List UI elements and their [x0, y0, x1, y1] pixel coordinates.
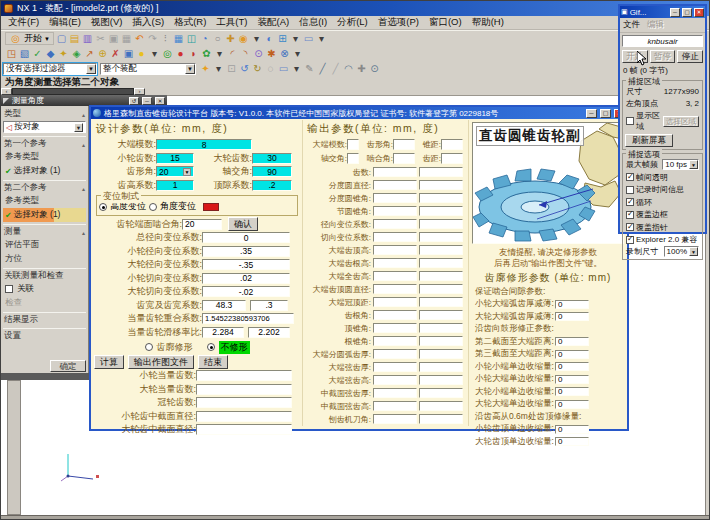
out-module-field[interactable] — [347, 139, 359, 150]
output-pinion-field[interactable] — [373, 180, 417, 190]
module-field[interactable]: 8 — [156, 139, 252, 150]
output-pinion-field[interactable] — [373, 219, 417, 229]
toolbar-icon[interactable]: ↶ — [133, 32, 146, 45]
modification-field[interactable]: 0 — [555, 437, 589, 446]
toolbar-icon[interactable]: ▾ — [291, 47, 304, 60]
select-object-2-active[interactable]: ✔ 选择对象 (1) — [3, 208, 86, 222]
associative-checkbox[interactable]: 关联 — [3, 282, 86, 296]
panel-reset-icon[interactable]: ↺ — [129, 97, 139, 105]
section-associative[interactable]: 关联测量和检查 — [3, 268, 86, 282]
output-pinion-field[interactable] — [373, 362, 417, 372]
toolbar-icon[interactable]: ✚ — [224, 32, 237, 45]
close-icon[interactable]: ✕ — [694, 8, 704, 17]
output-gear-field[interactable] — [419, 362, 463, 372]
toolbar-icon[interactable]: ✿ — [200, 47, 213, 60]
toolbar-icon[interactable]: ◫ — [185, 32, 198, 45]
ok-button[interactable]: 确定 — [50, 360, 86, 372]
gif-option-checkbox-row[interactable]: 记录时间信息 — [625, 184, 700, 195]
output-pinion-field[interactable] — [373, 375, 417, 385]
equiv-field[interactable] — [196, 370, 292, 381]
checkbox-icon[interactable] — [5, 285, 13, 293]
menu-item[interactable]: 编辑(E) — [44, 16, 86, 29]
output-pinion-field[interactable] — [373, 336, 417, 346]
menu-item[interactable]: 格式(R) — [169, 16, 211, 29]
gif-option-checkbox-row[interactable]: 循环 — [625, 197, 700, 208]
toolbar-icon[interactable]: ◈ — [70, 47, 83, 60]
dropdown-arrow-icon[interactable]: ▼ — [183, 168, 191, 176]
no-mod-radio[interactable] — [207, 343, 215, 351]
selection-filter-dropdown[interactable]: 没有选择过滤器 ▼ — [3, 63, 97, 75]
gif-titlebar[interactable]: ▣ Gif... ─ ▢ ✕ — [620, 6, 705, 18]
equiv-field[interactable] — [196, 384, 292, 395]
pinion-teeth-field[interactable]: 15 — [156, 153, 194, 164]
menu-item[interactable]: 插入(S) — [127, 16, 169, 29]
section-results-display[interactable]: 结果显示 — [3, 312, 86, 326]
output-gear-field[interactable] — [419, 375, 463, 385]
output-gear-field[interactable] — [419, 271, 463, 281]
section-settings[interactable]: 设置 — [3, 328, 86, 342]
checkbox-icon[interactable] — [626, 198, 634, 206]
toolbar-icon[interactable]: ▣ — [107, 32, 120, 45]
out-cone-dist-field[interactable] — [441, 139, 463, 150]
gif-option-checkbox-row[interactable]: 覆盖边框 — [625, 209, 700, 220]
toolbar-icon[interactable]: ⊙ — [368, 62, 381, 75]
output-pinion-field[interactable] — [373, 284, 417, 294]
facewidth-coef-field[interactable]: .3 — [250, 300, 288, 311]
toolbar-icon[interactable]: ⊗ — [278, 47, 291, 60]
toolbar-icon[interactable]: ▾ — [212, 62, 225, 75]
menu-item[interactable]: 装配(A) — [253, 16, 295, 29]
output-gear-field[interactable] — [419, 349, 463, 359]
toolbar-icon[interactable]: ▭ — [302, 32, 315, 45]
dropdown-arrow-icon[interactable]: ▼ — [185, 64, 195, 74]
modification-field[interactable]: 0 — [555, 375, 589, 384]
gif-option-checkbox-row[interactable]: 覆盖指针 — [625, 222, 700, 233]
toolbar-icon[interactable]: ✦ — [57, 47, 70, 60]
menu-item[interactable]: 窗口(O) — [424, 16, 467, 29]
minimize-icon[interactable]: ─ — [670, 8, 680, 17]
output-gear-field[interactable] — [419, 284, 463, 294]
toolbar-icon[interactable]: ▤ — [68, 32, 81, 45]
toolbar-icon[interactable]: ◆ — [44, 47, 57, 60]
gear-teeth-field[interactable]: 30 — [252, 153, 292, 164]
modification-field[interactable]: 0 — [555, 300, 589, 309]
output-pinion-field[interactable] — [373, 271, 417, 281]
mesh-angle-field[interactable]: 20 — [182, 219, 222, 230]
dropdown-arrow-icon[interactable]: ▼ — [689, 160, 698, 169]
rail-slider[interactable] — [12, 88, 134, 95]
toolbar-icon[interactable]: ● — [174, 47, 187, 60]
panel-minimize-icon[interactable]: ─ — [142, 97, 152, 105]
toolbar-icon[interactable]: ◜ — [226, 47, 239, 60]
maximize-icon[interactable]: ▢ — [600, 109, 611, 118]
output-pinion-field[interactable] — [373, 414, 417, 424]
menu-item[interactable]: 分析(L) — [332, 16, 373, 29]
action-button[interactable]: 输出作图文件 — [128, 355, 194, 369]
section-first-reference[interactable]: 第一个参考 ▴ — [3, 136, 86, 150]
toolbar-icon[interactable]: ▾ — [213, 47, 226, 60]
toolbar-icon[interactable]: ○ — [211, 32, 224, 45]
menu-item[interactable]: 文件(F) — [3, 16, 44, 29]
toolbar-icon[interactable]: ● — [135, 47, 148, 60]
output-gear-field[interactable] — [419, 180, 463, 190]
out-pa-field[interactable] — [393, 139, 415, 150]
menu-item[interactable]: 首选项(P) — [373, 16, 424, 29]
toolbar-icon[interactable]: ▦ — [172, 32, 185, 45]
toolbar-icon[interactable]: ▧ — [18, 47, 31, 60]
action-button[interactable]: 计算 — [94, 355, 124, 369]
rail-left-arrow-icon[interactable]: ‹ — [1, 88, 12, 95]
output-pinion-field[interactable] — [373, 245, 417, 255]
clearance-coef-field[interactable]: .2 — [252, 180, 292, 191]
evaluation-plane-label[interactable]: 评估平面 — [3, 238, 86, 252]
modification-field[interactable]: 0 — [555, 362, 589, 371]
output-gear-field[interactable] — [419, 310, 463, 320]
toolbar-icon[interactable]: ▾ — [315, 32, 328, 45]
orientation-label[interactable]: 方位 — [3, 252, 86, 266]
dropdown-arrow-icon[interactable]: ▼ — [689, 247, 698, 256]
toolbar-icon[interactable]: ↗ — [83, 47, 96, 60]
toolbar-icon[interactable]: ▭ — [277, 62, 290, 75]
resource-rail[interactable] — [7, 380, 21, 515]
section-measurement[interactable]: 测量 ▴ — [3, 224, 86, 238]
modification-field[interactable]: 0 — [555, 425, 589, 434]
toolbar-icon[interactable]: ▾ — [289, 32, 302, 45]
gif-menu-file[interactable]: 文件 — [623, 19, 640, 31]
output-pinion-field[interactable] — [373, 323, 417, 333]
